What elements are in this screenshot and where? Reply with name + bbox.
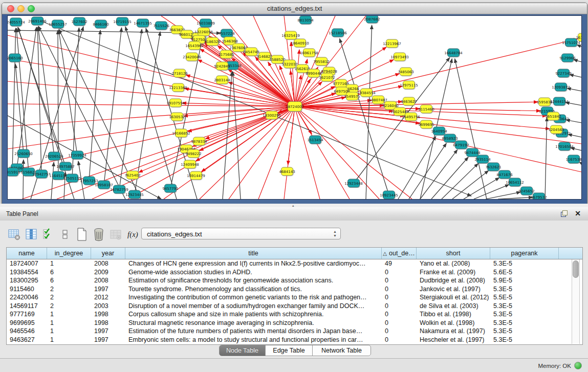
network-node[interactable]: 2935114 xyxy=(474,155,491,164)
network-node[interactable]: 9498222 xyxy=(185,149,201,158)
table-cell[interactable]: 2003 xyxy=(91,302,125,311)
table-cell[interactable]: 0 xyxy=(382,276,417,285)
table-cell[interactable]: 5.3E-5 xyxy=(490,336,559,344)
network-node[interactable]: 1679532 xyxy=(531,193,547,199)
table-cell[interactable]: Wolkin et al. (1998) xyxy=(417,319,490,327)
table-cell[interactable]: 2 xyxy=(47,293,91,302)
table-cell[interactable]: 5.6E-5 xyxy=(490,268,559,277)
vertical-scrollbar[interactable] xyxy=(572,259,580,344)
table-cell[interactable]: Changes of HCN gene expression and I(f) … xyxy=(125,259,382,268)
table-cell[interactable]: de Silva et al. (2003) xyxy=(417,302,490,311)
network-edge[interactable] xyxy=(295,39,577,106)
network-node[interactable]: 1167538 xyxy=(565,155,581,164)
function-builder-button[interactable]: f(x) xyxy=(127,230,138,239)
column-header-short[interactable]: short xyxy=(417,248,490,259)
network-node[interactable]: 16961758 xyxy=(300,49,318,57)
network-node[interactable]: 2065160 xyxy=(8,54,23,62)
tab-edge-table[interactable]: Edge Table xyxy=(266,345,313,356)
network-node[interactable]: 10719155 xyxy=(113,17,132,26)
network-node[interactable]: 10973493 xyxy=(390,53,409,61)
table-cell[interactable]: 5.5E-5 xyxy=(490,293,559,302)
network-node[interactable]: 9457791 xyxy=(162,184,178,193)
network-hub-node[interactable]: 18724007 xyxy=(286,102,304,112)
network-edge[interactable] xyxy=(291,42,295,106)
network-graph[interactable]: 1872400724055724206914061065525715276028… xyxy=(8,16,581,199)
network-node[interactable]: 12213967 xyxy=(383,39,401,48)
network-edge[interactable] xyxy=(119,29,142,189)
table-mode-button[interactable] xyxy=(7,228,21,242)
network-node[interactable]: 2087682 xyxy=(364,16,380,24)
table-cell[interactable]: 1 xyxy=(47,327,91,336)
network-node[interactable]: 19166852 xyxy=(172,129,190,138)
table-cell[interactable]: 49 xyxy=(382,259,417,268)
network-node[interactable]: 25260650 xyxy=(14,149,33,158)
divider-handle-icon[interactable]: ▴ xyxy=(292,204,294,207)
network-node[interactable]: 7485063 xyxy=(398,68,413,76)
network-edge[interactable] xyxy=(223,72,232,199)
network-node[interactable]: 4684143 xyxy=(279,167,295,176)
table-row[interactable]: 946554611997Estimation of the future num… xyxy=(7,327,582,336)
network-edge[interactable] xyxy=(474,185,509,199)
table-cell[interactable]: 1997 xyxy=(91,327,125,336)
network-edge[interactable] xyxy=(51,162,54,199)
table-cell[interactable]: 5.3E-5 xyxy=(490,327,559,336)
table-row[interactable]: 1830029562008Estimation of significance … xyxy=(7,276,582,285)
table-cell[interactable]: 0 xyxy=(382,268,417,277)
column-header-in_degree[interactable]: in_degree xyxy=(47,248,91,259)
table-cell[interactable]: 5.3E-5 xyxy=(490,319,559,327)
network-node[interactable]: 12093877 xyxy=(552,83,570,92)
close-panel-icon[interactable]: ✕ xyxy=(575,209,581,217)
table-row[interactable]: 1456911722003Disruption of a novel membe… xyxy=(7,302,582,311)
new-table-button[interactable] xyxy=(75,228,89,242)
table-cell[interactable]: 0 xyxy=(382,293,417,302)
select-all-button[interactable] xyxy=(41,228,55,242)
network-node[interactable]: 16033809 xyxy=(197,19,215,28)
network-node[interactable]: 3175685 xyxy=(218,50,234,59)
table-cell[interactable]: 2012 xyxy=(91,293,125,302)
network-node[interactable]: 12444154 xyxy=(550,97,569,106)
table-cell[interactable]: Estimation of significance thresholds fo… xyxy=(125,276,382,285)
table-row[interactable]: 911546021997Tourette syndrome. Phenomeno… xyxy=(7,285,582,294)
row-height-button[interactable] xyxy=(58,228,72,242)
network-node[interactable]: 9242845 xyxy=(214,62,230,71)
network-node[interactable]: 16914479 xyxy=(187,171,205,180)
table-cell[interactable]: Yano et al. (2008) xyxy=(417,259,490,268)
table-select-dropdown[interactable]: citations_edges.txt ▲▼ xyxy=(141,228,341,239)
table-cell[interactable]: 1 xyxy=(47,259,91,268)
table-cell[interactable]: 9777169 xyxy=(7,310,47,319)
network-node[interactable]: 17016504 xyxy=(555,142,574,151)
import-table-button[interactable] xyxy=(108,228,122,242)
network-node[interactable]: 8471676 xyxy=(496,170,513,179)
table-cell[interactable]: Genome-wide association studies in ADHD. xyxy=(125,268,382,277)
table-cell[interactable]: 22420046 xyxy=(7,293,47,302)
network-node[interactable]: 7625402 xyxy=(124,171,140,180)
network-node[interactable]: 7632621 xyxy=(485,163,501,171)
table-cell[interactable]: 2008 xyxy=(91,259,125,268)
network-node[interactable]: 1651842 xyxy=(545,112,561,121)
table-row[interactable]: 2242004622012Investigating the contribut… xyxy=(7,293,582,302)
network-node[interactable]: 12975115 xyxy=(400,81,418,90)
network-node[interactable]: 8466160 xyxy=(93,20,108,29)
network-edge[interactable] xyxy=(366,25,372,199)
column-header-pagerank[interactable]: pagerank xyxy=(490,248,559,259)
table-cell[interactable]: 5.3E-5 xyxy=(490,259,559,268)
table-cell[interactable]: 5.3E-5 xyxy=(490,285,559,294)
table-cell[interactable]: 0 xyxy=(382,336,417,344)
table-cell[interactable]: 1 xyxy=(47,310,91,319)
table-cell[interactable]: 9463627 xyxy=(7,336,47,344)
column-header-out_de[interactable]: △out_de… xyxy=(382,248,417,259)
table-cell[interactable]: 1997 xyxy=(91,285,125,294)
table-cell[interactable]: 0 xyxy=(382,302,417,311)
table-cell[interactable]: Tourette syndrome. Phenomenology and cla… xyxy=(125,285,382,294)
table-cell[interactable]: 2 xyxy=(47,285,91,294)
table-cell[interactable]: 2008 xyxy=(91,276,125,285)
scrollbar-thumb[interactable] xyxy=(573,260,579,278)
network-edge[interactable] xyxy=(22,106,295,199)
network-edge[interactable] xyxy=(295,106,581,172)
network-edge[interactable] xyxy=(38,20,471,196)
network-node[interactable]: 5878334 xyxy=(191,137,207,146)
table-cell[interactable]: 6 xyxy=(47,268,91,277)
network-edge[interactable] xyxy=(89,30,100,181)
network-node[interactable]: 10654112 xyxy=(506,178,524,187)
table-row[interactable]: 969969511998Structural magnetic resonanc… xyxy=(7,319,582,327)
